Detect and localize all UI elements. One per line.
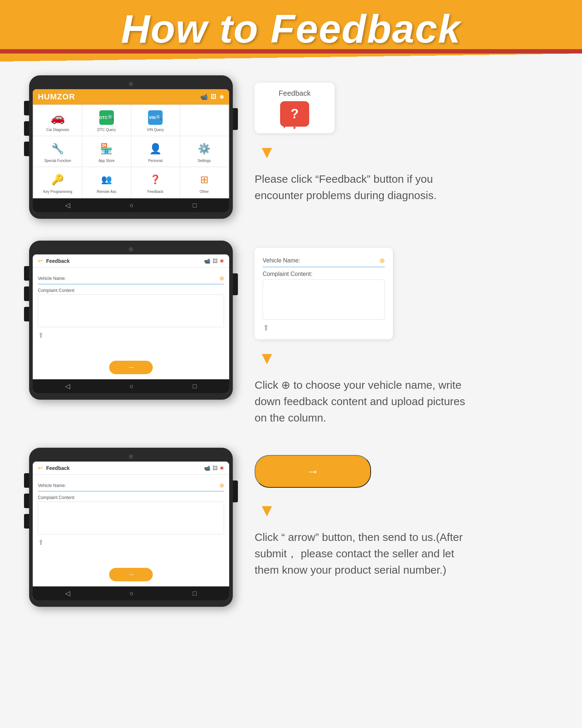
complaint-textarea3[interactable] [38,502,224,534]
bumper2 [24,121,29,136]
vehicle-plus-btn2[interactable]: ⊕ [219,275,224,282]
vin-icon: VIN🔍 [147,110,163,126]
bumper3-3 [24,514,29,529]
submit-btn3[interactable]: → [109,568,153,581]
bumper3-right [233,480,238,502]
right-bumpers [233,108,238,130]
app-item-store[interactable]: 🏪 App Store [82,136,131,167]
tablet3: ↩ Feedback 📹 🖼 ✱ Vehicle Name: ⊕ [29,448,233,607]
step2-instruction: Click ⊕ to choose your vehicle name, wri… [255,377,473,426]
app-grid: 🚗 Car Diagnosis DTC🔍 DTC Query VIN🔍 [33,104,229,198]
arrow-submit-btn[interactable]: → [255,455,371,488]
other-icon: ⊞ [196,171,212,187]
back-arrow3[interactable]: ↩ [38,464,43,471]
complaint-textarea2[interactable] [38,294,224,327]
vin-icon-box: VIN🔍 [148,110,163,125]
app-item-feedback[interactable]: ❓ Feedback [131,167,180,198]
feedback-screen-bar3: ↩ Feedback 📹 🖼 ✱ [33,462,229,475]
back-arrow2[interactable]: ↩ [38,257,43,264]
img-icon: 🖼 [211,94,216,100]
submit-area2: → [33,355,229,379]
form-preview-complaint-label: Complaint Content: [263,271,385,277]
step3-row: ↩ Feedback 📹 🖼 ✱ Vehicle Name: ⊕ [29,448,553,607]
wrench-icon: 🔧 [50,141,66,157]
tablet2: ↩ Feedback 📹 🖼 ✱ Vehicle Name: ⊕ [29,241,233,400]
nav-back3[interactable]: ◁ [65,589,70,597]
app-label-feedback: Feedback [147,190,163,194]
vehicle-name-label2: Vehicle Name: [38,276,66,281]
feedback-bar-icons3: 📹 🖼 ✱ [204,465,224,471]
bt-icon: ✱ [219,94,224,100]
car-icon: 🚗 [50,110,66,126]
tablet2-camera [129,247,133,252]
upload-icon3[interactable]: ⬆ [38,538,224,547]
store-icon: 🏪 [99,141,115,157]
video-icon: 📹 [200,94,208,100]
main-content: HUMZOR 📹 🖼 ✱ 🚗 Car Diagnosis [0,54,582,629]
tablet1: HUMZOR 📹 🖼 ✱ 🚗 Car Diagnosis [29,75,233,219]
tablet2-wrapper: ↩ Feedback 📹 🖼 ✱ Vehicle Name: ⊕ [29,241,233,400]
form-preview-complaint-area[interactable] [263,280,385,320]
page-header: How to Feedback [0,0,582,54]
header-red-bar [0,49,582,54]
app-label-vin: VIN Query [147,128,164,132]
nav-recent[interactable]: □ [193,202,197,209]
person-icon: 👤 [147,141,163,157]
tablet1-screen: HUMZOR 📹 🖼 ✱ 🚗 Car Diagnosis [33,89,229,212]
step3-right-panel: → ▼ Click “ arrow” button, then send to … [255,448,553,578]
step3-instruction: Click “ arrow” button, then send to us.(… [255,529,473,578]
step3-arrow-down: ▼ [258,500,553,520]
app-item-special[interactable]: 🔧 Special Function [33,136,82,167]
nav-home2[interactable]: ○ [129,383,133,390]
right-bumpers2 [233,273,238,295]
feedback-form3: Vehicle Name: ⊕ Complaint Content: ⬆ [33,475,229,562]
complaint-label3: Complaint Content: [38,495,224,500]
nav-back2[interactable]: ◁ [65,382,70,390]
app-item-dtc-query[interactable]: DTC🔍 DTC Query [82,105,131,136]
step1-instruction: Please click “Feedback” button if you en… [255,171,473,203]
left-bumpers3 [24,473,29,529]
feedback-title2: Feedback [46,258,200,264]
form-preview-plus[interactable]: ⊕ [379,257,385,265]
vehicle-plus-btn3[interactable]: ⊕ [219,482,224,489]
bumper-right [233,108,238,130]
form-preview-upload[interactable]: ⬆ [263,323,385,333]
nav-recent2[interactable]: □ [193,383,197,390]
nav-recent3[interactable]: □ [193,590,197,597]
submit-btn2[interactable]: → [109,361,153,374]
tablet-nav-bar2: ◁ ○ □ [33,379,229,393]
vehicle-name-field3: Vehicle Name: ⊕ [38,480,224,491]
tablet2-screen: ↩ Feedback 📹 🖼 ✱ Vehicle Name: ⊕ [33,254,229,393]
dtc-icon: DTC🔍 [99,110,115,126]
app-item-empty1 [180,105,228,136]
bar-icon-video2: 📹 [204,258,210,264]
bumper2-2 [24,286,29,301]
nav-home[interactable]: ○ [129,202,133,209]
gear-icon: ⚙️ [196,141,212,157]
tablet3-camera [129,454,133,459]
nav-back[interactable]: ◁ [65,201,70,209]
step2-row: ↩ Feedback 📹 🖼 ✱ Vehicle Name: ⊕ [29,241,553,426]
upload-icon2[interactable]: ⬆ [38,331,224,340]
app-item-personal[interactable]: 👤 Personal [131,136,180,167]
app-item-settings[interactable]: ⚙️ Settings [180,136,228,167]
nav-home3[interactable]: ○ [129,590,133,597]
app-item-other[interactable]: ⊞ Other [180,167,228,198]
tablet-camera [129,82,133,86]
bumper2-right [233,273,238,295]
app-item-car-diagnosis[interactable]: 🚗 Car Diagnosis [33,105,82,136]
bar-icon-bt2: ✱ [220,258,224,264]
app-item-remote[interactable]: 👥 Remote Ass [82,167,131,198]
form-preview-vehicle: Vehicle Name: ⊕ [263,254,385,267]
app-item-vin-query[interactable]: VIN🔍 VIN Query [131,105,180,136]
tablet-nav-bar: ◁ ○ □ [33,198,229,212]
tablet1-wrapper: HUMZOR 📹 🖼 ✱ 🚗 Car Diagnosis [29,75,233,219]
chat-tail: ◤ [284,118,292,130]
tablet-nav-bar3: ◁ ○ □ [33,586,229,600]
step1-row: HUMZOR 📹 🖼 ✱ 🚗 Car Diagnosis [29,75,553,219]
app-item-key[interactable]: 🔑 Key Programming [33,167,82,198]
app-menu-icons: 📹 🖼 ✱ [200,94,224,100]
step2-arrow-down: ▼ [258,348,553,368]
arrow-submit-container: → [255,455,553,488]
complaint-label2: Complaint Content: [38,288,224,293]
